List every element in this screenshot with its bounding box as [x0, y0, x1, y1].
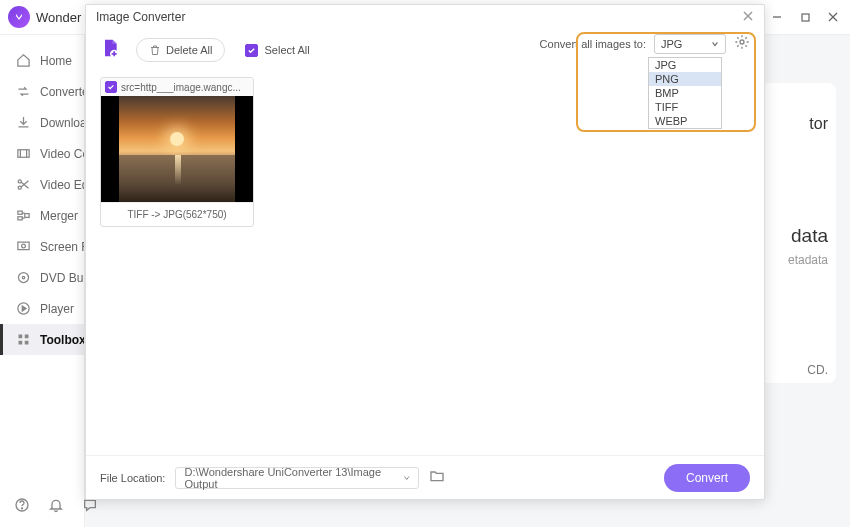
merge-icon [14, 207, 32, 225]
sidebar-item-label: Video Co [40, 147, 85, 161]
open-folder-button[interactable] [429, 468, 445, 488]
format-option-jpg[interactable]: JPG [649, 58, 721, 72]
modal-header: Image Converter [86, 5, 764, 29]
main-maximize-button[interactable] [796, 8, 814, 26]
sidebar-item-dvd-burner[interactable]: DVD Bur [0, 262, 84, 293]
format-option-bmp[interactable]: BMP [649, 86, 721, 100]
main-close-button[interactable] [824, 8, 842, 26]
select-all-label: Select All [264, 44, 309, 56]
convert-button-label: Convert [686, 471, 728, 485]
convert-icon [14, 83, 32, 101]
sidebar-item-merger[interactable]: Merger [0, 200, 84, 231]
sidebar-item-label: Converte [40, 85, 85, 99]
svg-rect-8 [17, 217, 21, 220]
add-file-button[interactable] [100, 38, 120, 62]
svg-point-11 [21, 244, 25, 248]
sidebar-item-video-editor[interactable]: Video Ed [0, 169, 84, 200]
sidebar-item-label: Screen R [40, 240, 85, 254]
sidebar-item-home[interactable]: Home [0, 45, 84, 76]
settings-button[interactable] [734, 34, 750, 54]
help-icon[interactable] [14, 497, 30, 517]
format-select[interactable]: JPG [654, 34, 726, 54]
svg-point-12 [18, 273, 28, 283]
background-card: tor data etadata CD. [761, 83, 836, 383]
chevron-down-icon [711, 40, 719, 48]
sidebar-item-converter[interactable]: Converte [0, 76, 84, 107]
modal-close-button[interactable] [742, 9, 754, 25]
svg-point-20 [21, 508, 22, 509]
image-caption: TIFF -> JPG(562*750) [101, 202, 253, 226]
file-location-label: File Location: [100, 472, 165, 484]
checkbox-checked-icon [245, 44, 258, 57]
sidebar: Home Converte Downloa Video Co Video Ed … [0, 35, 85, 527]
screen-record-icon [14, 238, 32, 256]
sidebar-item-label: Downloa [40, 116, 85, 130]
feedback-icon[interactable] [82, 497, 98, 517]
sidebar-item-player[interactable]: Player [0, 293, 84, 324]
trash-icon [149, 44, 161, 56]
download-icon [14, 114, 32, 132]
svg-rect-9 [24, 214, 28, 218]
format-selected-value: JPG [661, 38, 682, 50]
sidebar-item-label: Home [40, 54, 72, 68]
disc-icon [14, 269, 32, 287]
sidebar-item-label: Video Ed [40, 178, 85, 192]
scissors-icon [14, 176, 32, 194]
home-icon [14, 52, 32, 70]
svg-rect-17 [18, 341, 22, 345]
format-option-tiff[interactable]: TIFF [649, 100, 721, 114]
bg-text: data [769, 225, 828, 247]
sidebar-item-screen-recorder[interactable]: Screen R [0, 231, 84, 262]
format-option-webp[interactable]: WEBP [649, 114, 721, 128]
file-location-path: D:\Wondershare UniConverter 13\Image Out… [184, 466, 402, 490]
svg-rect-1 [802, 14, 809, 21]
play-icon [14, 300, 32, 318]
svg-rect-4 [17, 150, 28, 158]
video-compress-icon [14, 145, 32, 163]
sidebar-item-label: DVD Bur [40, 271, 85, 285]
sidebar-item-video-compressor[interactable]: Video Co [0, 138, 84, 169]
bg-text: etadata [769, 253, 828, 267]
footer-icons [14, 497, 98, 517]
bell-icon[interactable] [48, 497, 64, 517]
chevron-down-icon [403, 474, 411, 482]
sidebar-item-label: Merger [40, 209, 78, 223]
sidebar-item-label: Player [40, 302, 74, 316]
app-title: Wonder [36, 10, 81, 25]
item-checkbox[interactable] [105, 81, 117, 93]
svg-rect-16 [24, 335, 28, 339]
convert-all-label: Convert all images to: [540, 38, 646, 50]
svg-rect-15 [18, 335, 22, 339]
delete-all-label: Delete All [166, 44, 212, 56]
file-location-select[interactable]: D:\Wondershare UniConverter 13\Image Out… [175, 467, 419, 489]
main-minimize-button[interactable] [768, 8, 786, 26]
image-item[interactable]: src=http___image.wangc... TIFF -> JPG(56… [100, 77, 254, 227]
app-logo [8, 6, 30, 28]
svg-rect-18 [24, 341, 28, 345]
modal-title: Image Converter [96, 10, 185, 24]
svg-rect-10 [17, 242, 28, 250]
format-dropdown: JPG PNG BMP TIFF WEBP [648, 57, 722, 129]
bg-text: tor [769, 115, 828, 133]
delete-all-button[interactable]: Delete All [136, 38, 225, 62]
sidebar-item-downloader[interactable]: Downloa [0, 107, 84, 138]
sidebar-item-toolbox[interactable]: Toolbox [0, 324, 84, 355]
format-option-png[interactable]: PNG [649, 72, 721, 86]
sidebar-item-label: Toolbox [40, 333, 85, 347]
image-filename: src=http___image.wangc... [121, 82, 241, 93]
svg-point-24 [740, 40, 744, 44]
image-thumbnail [101, 96, 253, 202]
modal-footer: File Location: D:\Wondershare UniConvert… [86, 455, 764, 499]
svg-rect-7 [17, 211, 21, 214]
image-converter-modal: Image Converter Delete All Select All Co… [85, 4, 765, 500]
grid-icon [14, 331, 32, 349]
svg-point-13 [22, 276, 25, 279]
convert-button[interactable]: Convert [664, 464, 750, 492]
bg-text: CD. [769, 363, 828, 377]
select-all-checkbox[interactable]: Select All [245, 44, 309, 57]
image-item-header: src=http___image.wangc... [101, 78, 253, 96]
